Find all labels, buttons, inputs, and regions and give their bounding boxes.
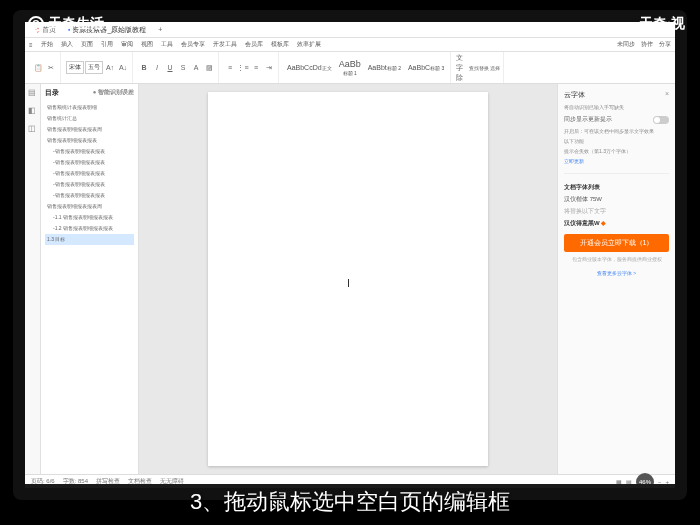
menubar: ≡ 开始 插入 页面 引用 审阅 视图 工具 会员专享 开发工具 会员库 模板库… bbox=[25, 38, 675, 52]
outline-item[interactable]: -销售报表明细报表报表 bbox=[45, 157, 134, 168]
video-caption: 3、拖动鼠标选中空白页的编辑框 bbox=[0, 487, 700, 517]
panel-hint: 将自动识别已输入手写缺失 bbox=[564, 104, 669, 111]
more-fonts-link[interactable]: 查看更多云字体 > bbox=[564, 270, 669, 276]
text-cursor bbox=[348, 279, 349, 287]
decrease-font-icon[interactable]: A↓ bbox=[117, 62, 129, 74]
outline-item[interactable]: -销售报表明细报表报表 bbox=[45, 146, 134, 157]
style-h3[interactable]: AaBbC标题 3 bbox=[405, 62, 447, 73]
menu-file[interactable]: ≡ bbox=[29, 42, 33, 48]
paste-icon[interactable]: 📋 bbox=[32, 62, 44, 74]
menu-ext[interactable]: 效率扩展 bbox=[297, 40, 321, 49]
left-sidebar: ▤ ◧ ◫ bbox=[25, 84, 41, 474]
menu-dev[interactable]: 开发工具 bbox=[213, 40, 237, 49]
monitor-frame: ◆首页 ▪ 资源搜索器_原始版教程 + ≡ 开始 插入 页面 引用 审阅 视图 … bbox=[13, 10, 687, 500]
menu-view[interactable]: 视图 bbox=[141, 40, 153, 49]
outline-item[interactable]: 销售额统计表报表明细 bbox=[45, 102, 134, 113]
menu-ref[interactable]: 引用 bbox=[101, 40, 113, 49]
style-h1[interactable]: AaBb标题 1 bbox=[336, 58, 364, 78]
collab-button[interactable]: 协作 bbox=[641, 40, 653, 49]
font-replace-note: 将替换以下文字 bbox=[564, 207, 669, 216]
bold-button[interactable]: B bbox=[138, 62, 150, 74]
toggle-label: 同步显示更新提示 bbox=[564, 115, 612, 124]
watermark-right: 天奇·视 bbox=[639, 15, 685, 33]
panel-desc2: 以下功能 bbox=[564, 138, 669, 145]
sync-status[interactable]: 未同步 bbox=[617, 40, 635, 49]
align-icon[interactable]: ≡ bbox=[250, 62, 262, 74]
font-item-1: 汉仪楷体 75W bbox=[564, 195, 669, 204]
strike-button[interactable]: S bbox=[177, 62, 189, 74]
menu-review[interactable]: 审阅 bbox=[121, 40, 133, 49]
outline-item[interactable]: 销售报表明细报表报表周 bbox=[45, 124, 134, 135]
text-tool-icon[interactable]: 文字除 bbox=[456, 62, 468, 74]
menu-page[interactable]: 页面 bbox=[81, 40, 93, 49]
outline-item[interactable]: -销售报表明细报表报表 bbox=[45, 179, 134, 190]
outline-item[interactable]: -1.2 销售报表明细报表报表 bbox=[45, 223, 134, 234]
indent-icon[interactable]: ⇥ bbox=[263, 62, 275, 74]
outline-item[interactable]: 1.3 目标 bbox=[45, 234, 134, 245]
outline-title: 目录 bbox=[45, 88, 59, 98]
font-list-title: 文档字体列表 bbox=[564, 183, 669, 192]
menu-member[interactable]: 会员专享 bbox=[181, 40, 205, 49]
outline-item[interactable]: -销售报表明细报表报表 bbox=[45, 168, 134, 179]
select-button[interactable]: 选择 bbox=[490, 62, 500, 74]
panel-desc1: 开启后：可在该文档中同步显示文字效果 bbox=[564, 128, 669, 135]
outline-item[interactable]: -1.1 销售报表明细报表报表 bbox=[45, 212, 134, 223]
logo-icon: Q bbox=[28, 16, 44, 32]
sync-toggle[interactable] bbox=[653, 116, 669, 124]
outline-item[interactable]: 销售报表明细报表报表 bbox=[45, 135, 134, 146]
share-button[interactable]: 分享 bbox=[659, 40, 671, 49]
panel-desc3: 提示会失效（第1.3万个字体） bbox=[564, 148, 669, 155]
screen: ◆首页 ▪ 资源搜索器_原始版教程 + ≡ 开始 插入 页面 引用 审阅 视图 … bbox=[25, 22, 675, 488]
tab-add[interactable]: + bbox=[152, 24, 168, 35]
outline-subtitle: ● 智能识别误差 bbox=[93, 88, 134, 98]
menu-tpl[interactable]: 模板库 bbox=[271, 40, 289, 49]
number-list-icon[interactable]: ⋮≡ bbox=[237, 62, 249, 74]
outline-item[interactable]: 销售报表明细报表报表周 bbox=[45, 201, 134, 212]
font-family-select[interactable]: 宋体 bbox=[66, 61, 84, 74]
update-link[interactable]: 立即更新 bbox=[564, 158, 669, 165]
highlight-icon[interactable]: ▨ bbox=[203, 62, 215, 74]
cut-icon[interactable]: ✂ bbox=[45, 62, 57, 74]
titlebar: ◆首页 ▪ 资源搜索器_原始版教程 + bbox=[25, 22, 675, 38]
main-area: ▤ ◧ ◫ 目录 ● 智能识别误差 销售额统计表报表明细销售统计汇总销售报表明细… bbox=[25, 84, 675, 474]
bullet-list-icon[interactable]: ≡ bbox=[224, 62, 236, 74]
font-color-icon[interactable]: A bbox=[190, 62, 202, 74]
increase-font-icon[interactable]: A↑ bbox=[104, 62, 116, 74]
comment-icon[interactable]: ◧ bbox=[28, 106, 38, 116]
menu-tools[interactable]: 工具 bbox=[161, 40, 173, 49]
underline-button[interactable]: U bbox=[164, 62, 176, 74]
toolbar: 📋 ✂ 宋体 五号 A↑ A↓ B I U S A ▨ ≡ ⋮≡ ≡ ⇥ AaB… bbox=[25, 52, 675, 84]
download-button[interactable]: 开通会员立即下载（1） bbox=[564, 234, 669, 252]
watermark-left: Q 天奇生活 bbox=[28, 15, 104, 33]
document-area[interactable] bbox=[139, 84, 557, 474]
panel-footer1: 包含商业版本字体，服务商提供商业授权 bbox=[564, 256, 669, 262]
find-replace-button[interactable]: 查找替换 bbox=[469, 62, 489, 74]
blank-page[interactable] bbox=[208, 92, 488, 466]
close-icon[interactable]: × bbox=[665, 90, 669, 100]
menu-lib[interactable]: 会员库 bbox=[245, 40, 263, 49]
style-normal[interactable]: AaBbCcDd正文 bbox=[284, 62, 335, 73]
outline-item[interactable]: -销售报表明细报表报表 bbox=[45, 190, 134, 201]
italic-button[interactable]: I bbox=[151, 62, 163, 74]
right-panel: 云字体 × 将自动识别已输入手写缺失 同步显示更新提示 开启后：可在该文档中同步… bbox=[557, 84, 675, 474]
outline-icon[interactable]: ▤ bbox=[28, 88, 38, 98]
menu-start[interactable]: 开始 bbox=[41, 40, 53, 49]
font-size-select[interactable]: 五号 bbox=[85, 61, 103, 74]
layers-icon[interactable]: ◫ bbox=[28, 124, 38, 134]
outline-panel: 目录 ● 智能识别误差 销售额统计表报表明细销售统计汇总销售报表明细报表报表周销… bbox=[41, 84, 139, 474]
panel-title: 云字体 bbox=[564, 90, 585, 100]
style-h2[interactable]: AaBbt标题 2 bbox=[365, 62, 404, 73]
menu-insert[interactable]: 插入 bbox=[61, 40, 73, 49]
outline-item[interactable]: 销售统计汇总 bbox=[45, 113, 134, 124]
font-item-2: 汉仪得意黑W ◆ bbox=[564, 219, 669, 228]
